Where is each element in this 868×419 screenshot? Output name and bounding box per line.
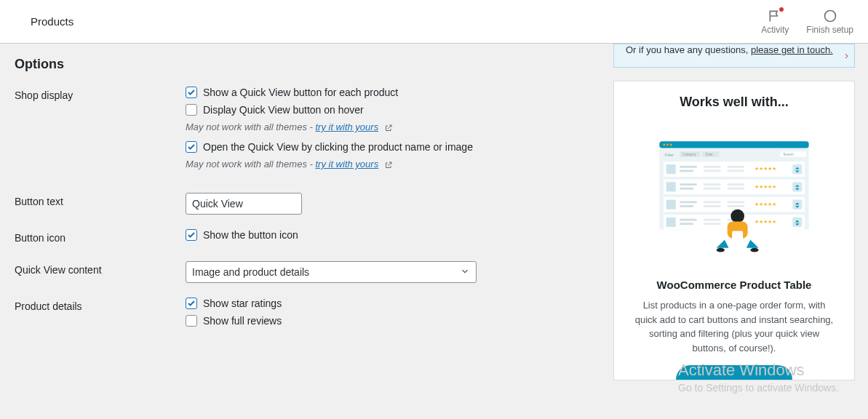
svg-rect-37	[704, 201, 720, 203]
svg-rect-26	[680, 188, 693, 190]
try-it-link[interactable]: try it with yours	[315, 121, 378, 132]
sidebar: Or if you have any questions, please get…	[613, 44, 868, 380]
external-link-icon	[384, 161, 393, 169]
svg-rect-29	[728, 183, 744, 185]
checkbox-star-ratings[interactable]	[186, 298, 197, 309]
checkbox-full-reviews[interactable]	[186, 315, 197, 327]
checkbox-label: Show a Quick View button for each produc…	[203, 87, 398, 98]
hint-text: May not work with all themes - try it wi…	[186, 121, 599, 132]
checkbox-row: Open the Quick View by clicking the prod…	[186, 141, 599, 153]
svg-rect-38	[704, 205, 720, 207]
top-bar: Products Activity Finish setup	[0, 0, 868, 44]
svg-text:Date: Date	[706, 153, 713, 156]
field-qv-content: Quick View content Image and product det…	[15, 261, 599, 283]
svg-rect-18	[704, 170, 720, 172]
checkbox-row: Show full reviews	[186, 315, 599, 327]
hint-text: May not work with all themes - try it wi…	[186, 159, 599, 169]
finish-setup-label: Finish setup	[806, 25, 853, 35]
svg-text:★★★★★: ★★★★★	[754, 165, 776, 172]
svg-rect-34	[666, 200, 676, 210]
svg-rect-19	[728, 166, 744, 168]
info-notice: Or if you have any questions, please get…	[613, 44, 855, 68]
svg-rect-14	[666, 164, 676, 174]
checkbox-row: Show star ratings	[186, 298, 599, 309]
svg-rect-46	[680, 223, 693, 225]
field-button-icon: Button icon Show the button icon	[15, 229, 599, 247]
promo-cta-button[interactable]	[676, 365, 792, 380]
svg-text:★★★★★: ★★★★★	[754, 201, 776, 207]
checkbox-show-button-icon[interactable]	[186, 229, 197, 241]
activity-button[interactable]: Activity	[761, 9, 789, 35]
main-content: Options Shop display Show a Quick View b…	[0, 44, 868, 380]
checkbox-row: Show a Quick View button for each produc…	[186, 87, 599, 98]
svg-rect-20	[728, 170, 744, 172]
finish-setup-button[interactable]: Finish setup	[806, 9, 853, 35]
svg-rect-33	[664, 197, 805, 212]
svg-rect-25	[680, 183, 696, 185]
field-controls: Image and product details	[186, 261, 599, 283]
svg-rect-24	[666, 182, 676, 191]
checkbox-label: Show full reviews	[203, 315, 282, 327]
svg-point-3	[666, 144, 669, 146]
checkbox-label: Show the button icon	[203, 229, 298, 241]
svg-text:★★★★★: ★★★★★	[754, 218, 776, 225]
svg-rect-23	[664, 180, 805, 195]
activity-label: Activity	[761, 25, 789, 35]
svg-rect-30	[728, 188, 744, 190]
checkbox-open-by-click[interactable]	[186, 141, 197, 153]
checkbox-row: Display Quick View button on hover	[186, 104, 599, 116]
circle-icon	[823, 9, 837, 23]
promo-subtitle: WooCommerce Product Table	[627, 279, 841, 291]
promo-illustration: Filter Category Date Search ★★★★★	[627, 123, 841, 268]
checkbox-label: Open the Quick View by clicking the prod…	[203, 141, 473, 153]
button-text-input[interactable]	[186, 193, 302, 215]
svg-rect-48	[704, 223, 720, 225]
field-controls	[186, 193, 599, 215]
svg-point-0	[824, 10, 835, 21]
page-title: Products	[15, 15, 73, 28]
field-button-text: Button text	[15, 193, 599, 215]
notice-text: Or if you have any questions,	[626, 44, 751, 55]
svg-rect-28	[704, 188, 720, 190]
svg-rect-16	[680, 170, 693, 172]
promo-title: Works well with...	[627, 95, 841, 110]
checkbox-label: Display Quick View button on hover	[203, 104, 364, 116]
topbar-actions: Activity Finish setup	[761, 9, 853, 35]
svg-text:Filter: Filter	[665, 153, 674, 157]
field-label-product-details: Product details	[15, 298, 186, 312]
field-controls: Show a Quick View button for each produc…	[186, 87, 599, 178]
svg-rect-13	[664, 161, 805, 177]
svg-rect-44	[666, 218, 676, 227]
svg-rect-47	[704, 219, 720, 221]
field-controls: Show the button icon	[186, 229, 599, 247]
get-in-touch-link[interactable]: please get in touch.	[751, 44, 833, 55]
external-link-icon	[384, 124, 393, 132]
svg-point-56	[717, 248, 725, 252]
svg-point-57	[750, 248, 758, 252]
field-label-shop-display: Shop display	[15, 87, 186, 101]
checkbox-show-quick-view[interactable]	[186, 87, 197, 98]
settings-panel: Options Shop display Show a Quick View b…	[0, 44, 613, 380]
svg-rect-55	[732, 231, 743, 239]
field-controls: Show star ratings Show full reviews	[186, 298, 599, 332]
chevron-down-icon	[460, 266, 470, 279]
field-label-button-icon: Button icon	[15, 229, 186, 244]
field-product-details: Product details Show star ratings Show f…	[15, 298, 599, 332]
notification-dot-icon	[779, 7, 784, 12]
svg-rect-36	[680, 205, 693, 207]
svg-rect-15	[680, 166, 696, 168]
try-it-link[interactable]: try it with yours	[315, 159, 378, 169]
select-value: Image and product details	[192, 266, 309, 278]
qv-content-select[interactable]: Image and product details	[186, 261, 477, 283]
checkbox-display-on-hover[interactable]	[186, 104, 197, 116]
field-label-button-text: Button text	[15, 193, 186, 207]
checkbox-label: Show star ratings	[203, 298, 282, 309]
field-label-qv-content: Quick View content	[15, 261, 186, 276]
svg-rect-39	[728, 201, 744, 203]
svg-rect-40	[728, 205, 744, 207]
svg-text:Category: Category	[682, 153, 697, 156]
svg-point-53	[730, 210, 744, 223]
svg-rect-17	[704, 166, 720, 168]
close-icon[interactable]: ›	[845, 49, 848, 61]
checkbox-row: Show the button icon	[186, 229, 599, 241]
